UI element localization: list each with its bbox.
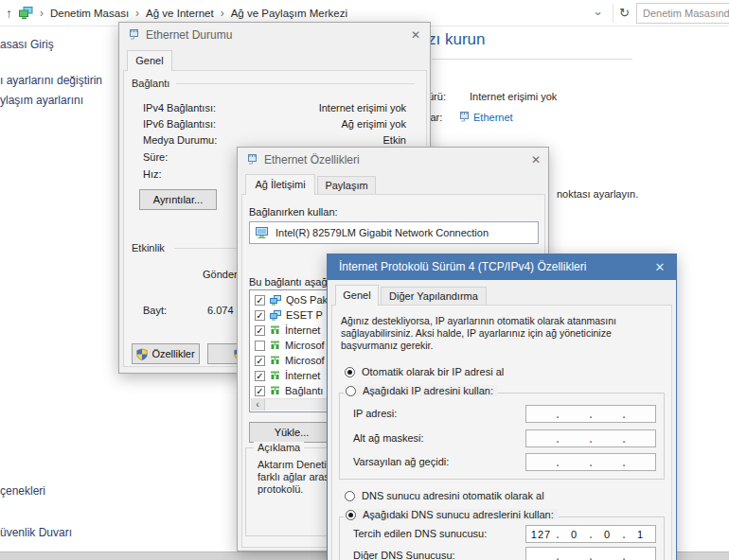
- row-value: Ağ erişimi yok: [342, 118, 406, 130]
- adapter-name: Intel(R) 82579LM Gigabit Network Connect…: [276, 227, 489, 238]
- list-item[interactable]: ✓ ESET P: [255, 309, 323, 321]
- sidebar-item-windows-firewall[interactable]: üvenlik Duvarı: [0, 526, 72, 539]
- default-gateway-field: ...: [525, 453, 656, 471]
- breadcrumb-item-network-sharing[interactable]: Ağ ve Paylaşım Merkezi: [231, 8, 347, 19]
- checkbox[interactable]: ✓: [255, 356, 265, 366]
- close-icon[interactable]: ✕: [524, 150, 548, 169]
- search-input[interactable]: Denetim Masasında: [636, 3, 729, 24]
- status-row: Medya Durumu: Etkin: [143, 134, 406, 146]
- radio-manual-dns[interactable]: [346, 510, 356, 520]
- ethernet-status-titlebar[interactable]: Ethernet Durumu ✕: [119, 23, 430, 47]
- network-client-icon: [270, 310, 281, 321]
- status-row: IPv4 Bağlantısı: Internet erişimi yok: [143, 102, 406, 114]
- alternate-dns-label: Diğer DNS Sunucusu:: [353, 550, 455, 560]
- breadcrumb-item-control-panel[interactable]: Denetim Masası: [50, 8, 129, 19]
- list-item[interactable]: ✓ Bağlantı: [255, 385, 323, 396]
- status-row: IPv6 Bağlantısı: Ağ erişimi yok: [143, 118, 406, 130]
- tab-alternate-configuration[interactable]: Diğer Yapılandırma: [381, 287, 487, 305]
- radio-auto-ip-label[interactable]: Otomatik olarak bir IP adresi al: [362, 366, 504, 377]
- tab-genel[interactable]: Genel: [127, 50, 172, 71]
- radio-auto-ip[interactable]: [345, 367, 355, 377]
- chevron-down-icon[interactable]: ›: [592, 11, 606, 15]
- breadcrumb-separator: ›: [40, 7, 44, 20]
- breadcrumb-item-network-internet[interactable]: Ağ ve Internet: [146, 8, 214, 19]
- checkbox[interactable]: ✓: [255, 295, 265, 306]
- row-value: Internet erişimi yok: [319, 102, 406, 114]
- radio-auto-dns[interactable]: [345, 491, 355, 501]
- sent-column-header: Gönder: [203, 269, 238, 280]
- tab-genel[interactable]: Genel: [335, 285, 379, 306]
- protocol-icon: [270, 341, 280, 350]
- checkbox[interactable]: ✓: [255, 310, 265, 321]
- alternate-dns-field[interactable]: ...: [525, 547, 656, 560]
- protocol-icon: [270, 371, 280, 380]
- list-item-label: Microsof: [285, 355, 325, 366]
- sidebar-item-internet-options[interactable]: çenekleri: [0, 484, 45, 498]
- details-button[interactable]: Ayrıntılar...: [139, 189, 217, 210]
- tab-sharing[interactable]: Paylaşım: [317, 176, 376, 194]
- row-label: IPv4 Bağlantısı:: [143, 102, 216, 114]
- breadcrumb-separator: ›: [135, 7, 139, 20]
- radio-manual-ip-label[interactable]: Aşağıdaki IP adresini kullan:: [363, 385, 493, 396]
- list-item[interactable]: Microsof: [255, 340, 325, 351]
- refresh-icon[interactable]: ↻: [619, 6, 630, 20]
- page-title: zı kurun: [428, 30, 485, 49]
- details-button-label: Ayrıntılar...: [153, 194, 203, 205]
- sidebar-item-change-adapter-settings[interactable]: ı ayarlarını değiştirin: [0, 74, 102, 87]
- dialog-title: Ethernet Özellikleri: [264, 153, 360, 166]
- toolbar-divider: [613, 4, 613, 23]
- list-item-label: İnternet: [285, 370, 320, 381]
- radio-manual-ip[interactable]: [346, 386, 356, 396]
- default-gateway-label: Varsayılan ağ geçidi:: [353, 456, 449, 467]
- network-icon: [19, 7, 33, 19]
- tab-networking[interactable]: Ağ İletişimi: [245, 174, 315, 195]
- dialog-title: Ethernet Durumu: [146, 28, 232, 42]
- ethernet-connection-link[interactable]: Ethernet: [473, 112, 513, 123]
- tcpip4-titlebar[interactable]: İnternet Protokolü Sürüm 4 (TCP/IPv4) Öz…: [328, 254, 676, 280]
- checkbox[interactable]: [255, 341, 265, 351]
- connection-items-label: Bu bağlantı aşağı: [249, 276, 330, 288]
- row-label: IPv6 Bağlantısı:: [143, 118, 216, 130]
- scroll-left-icon[interactable]: ‹: [251, 399, 265, 411]
- tcpip4-properties-dialog: İnternet Protokolü Sürüm 4 (TCP/IPv4) Öz…: [327, 254, 677, 560]
- list-item-label: QoS Pak: [286, 294, 328, 306]
- install-button[interactable]: Yükle...: [249, 422, 334, 443]
- list-item[interactable]: ✓ İnternet: [255, 370, 320, 381]
- octet: 0: [593, 529, 622, 540]
- network-adapter-icon: [256, 227, 269, 238]
- ethernet-icon: [458, 111, 471, 123]
- network-client-icon: [270, 295, 281, 306]
- octet: 0: [560, 529, 589, 540]
- description-group-label: Açıklama: [254, 442, 304, 453]
- bytes-label: Bayt:: [143, 305, 167, 316]
- sidebar-item-advanced-sharing-settings[interactable]: ylaşım ayarlarını: [0, 94, 83, 107]
- list-item[interactable]: ✓ QoS Pak: [255, 294, 328, 306]
- properties-button[interactable]: Özellikler: [132, 343, 200, 364]
- preferred-dns-field[interactable]: 127.0.0.1: [525, 525, 656, 543]
- ip-address-field: ...: [525, 405, 656, 423]
- list-item-label: ESET P: [286, 309, 323, 321]
- adapter-display: Intel(R) 82579LM Gigabit Network Connect…: [249, 221, 539, 244]
- list-item[interactable]: ✓ Microsof: [255, 355, 325, 366]
- breadcrumb-separator: ›: [221, 7, 224, 20]
- close-icon[interactable]: ✕: [403, 26, 428, 44]
- protocol-icon: [270, 356, 280, 365]
- checkbox[interactable]: ✓: [255, 325, 265, 336]
- connect-using-label: Bağlanırken kullan:: [249, 206, 338, 218]
- close-icon[interactable]: ✕: [648, 257, 672, 277]
- list-item-label: İnternet: [285, 324, 320, 336]
- ethernet-properties-titlebar[interactable]: Ethernet Özellikleri ✕: [238, 148, 548, 172]
- manual-dns-groupbox: Aşağıdaki DNS sunucu adreslerini kullan:…: [339, 516, 665, 560]
- radio-manual-dns-label[interactable]: Aşağıdaki DNS sunucu adreslerini kullan:: [363, 509, 554, 520]
- connection-group-label: Bağlantı: [132, 78, 169, 89]
- subnet-mask-label: Alt ağ maskesi:: [353, 432, 424, 444]
- group-divider: [176, 83, 415, 84]
- up-arrow-icon[interactable]: ↑: [6, 6, 12, 21]
- list-item[interactable]: ✓ İnternet: [255, 324, 320, 336]
- radio-auto-dns-label[interactable]: DNS sunucu adresini otomatik olarak al: [362, 490, 544, 501]
- access-type-value: Internet erişimi yok: [470, 91, 557, 102]
- checkbox[interactable]: ✓: [255, 386, 265, 396]
- preferred-dns-label: Tercih edilen DNS sunucusu:: [353, 528, 487, 539]
- sidebar-item-control-panel-home[interactable]: asası Giriş: [0, 38, 54, 51]
- checkbox[interactable]: ✓: [255, 371, 265, 381]
